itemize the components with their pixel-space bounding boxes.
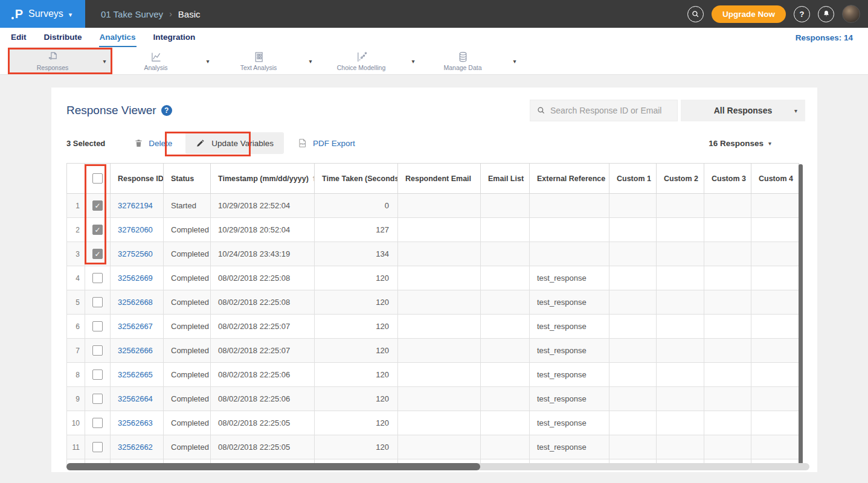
response-id-link[interactable]: 32562669 (111, 266, 164, 290)
update-variables-button[interactable]: Update Variables (185, 132, 284, 154)
row-number: 10 (67, 411, 85, 435)
column-header-time-taken-seconds[interactable]: Time Taken (Seconds)⇅ (315, 164, 398, 194)
tab-distribute[interactable]: Distribute (43, 28, 83, 47)
response-id-link[interactable]: 32752560 (111, 242, 164, 266)
horizontal-scrollbar-track[interactable] (66, 463, 809, 470)
response-id-link[interactable]: 32562666 (111, 339, 164, 363)
pdf-export-button[interactable]: PDF PDF Export (297, 138, 355, 149)
row-checkbox[interactable] (92, 442, 103, 452)
analysis-icon (150, 51, 162, 63)
toolbar-item-label: Text Analysis (240, 64, 277, 71)
time-taken-cell: 120 (315, 411, 398, 435)
response-search-box[interactable] (530, 100, 678, 121)
selected-count: 3 Selected (66, 139, 105, 148)
custom-4-cell (751, 290, 799, 315)
row-checkbox[interactable]: ✓ (92, 225, 103, 235)
notifications-button[interactable] (818, 6, 834, 22)
choice-modelling-icon (355, 51, 368, 63)
user-avatar[interactable] (842, 5, 860, 23)
row-checkbox[interactable] (92, 369, 103, 380)
row-checkbox[interactable] (92, 273, 103, 283)
row-checkbox[interactable] (92, 297, 103, 307)
tab-analytics[interactable]: Analytics (99, 28, 137, 47)
row-checkbox[interactable] (92, 394, 103, 404)
response-filter-dropdown[interactable]: All Responses ▾ (681, 100, 805, 121)
column-header-timestamp-mm-dd-yyyy[interactable]: Timestamp (mm/dd/yyyy)⇅ (211, 164, 315, 194)
sort-icon[interactable]: ⇅ (312, 175, 315, 182)
select-all-checkbox[interactable] (92, 173, 103, 184)
row-checkbox-cell[interactable]: ✓ (85, 242, 111, 266)
response-search-input[interactable] (550, 106, 670, 115)
custom-2-cell (657, 218, 704, 242)
column-header-response-id[interactable]: Response ID⇅ (111, 164, 164, 194)
upgrade-now-button[interactable]: Upgrade Now (712, 5, 786, 23)
external-reference-cell: test_response (530, 290, 609, 315)
row-checkbox-cell[interactable] (85, 387, 111, 411)
response-id-link[interactable]: 32562662 (111, 435, 164, 459)
external-reference-cell (530, 242, 609, 266)
toolbar-item-analysis[interactable]: Analysis ▾ (112, 47, 216, 75)
row-checkbox-cell[interactable] (85, 315, 111, 339)
search-icon (692, 10, 699, 18)
timestamp-cell: 08/02/2018 22:25:05 (211, 435, 315, 459)
main-area: Response Viewer ? All Responses ▾ 3 Sele… (0, 75, 868, 483)
breadcrumb-survey-link[interactable]: 01 Take Survey (101, 9, 163, 19)
time-taken-cell: 120 (315, 435, 398, 459)
response-id-link[interactable]: 32562668 (111, 290, 164, 315)
row-checkbox-cell[interactable] (85, 435, 111, 459)
time-taken-cell: 127 (315, 218, 398, 242)
custom-2-cell (657, 194, 704, 218)
delete-button[interactable]: Delete (134, 138, 172, 148)
chevron-down-icon[interactable]: ▾ (303, 58, 318, 65)
row-checkbox[interactable]: ✓ (92, 249, 103, 259)
product-menu[interactable]: P Surveys ▾ (0, 0, 85, 28)
tab-integration[interactable]: Integration (153, 28, 196, 47)
row-checkbox[interactable] (92, 345, 103, 356)
chevron-down-icon[interactable]: ▾ (507, 58, 522, 65)
custom-3-cell (704, 435, 751, 459)
row-checkbox[interactable] (92, 321, 103, 331)
toolbar-item-label: Manage Data (443, 64, 481, 71)
toolbar-item-choice-modelling[interactable]: Choice Modelling ▾ (317, 47, 421, 75)
toolbar-item-text-analysis[interactable]: Text Analysis ▾ (214, 47, 318, 75)
responses-count-link[interactable]: Responses: 14 (796, 33, 853, 42)
response-id-link[interactable]: 32762194 (111, 194, 164, 218)
external-reference-cell: test_response (530, 363, 609, 387)
response-id-link[interactable]: 32562663 (111, 411, 164, 435)
response-id-link[interactable]: 32762060 (111, 218, 164, 242)
response-id-link[interactable]: 32562664 (111, 387, 164, 411)
help-button[interactable]: ? (794, 6, 810, 22)
row-checkbox-cell[interactable] (85, 290, 111, 315)
vertical-scrollbar[interactable] (799, 164, 803, 464)
custom-4-cell (751, 194, 799, 218)
external-reference-cell: test_response (530, 435, 609, 459)
custom-4-cell (751, 387, 799, 411)
response-id-link[interactable]: 32562667 (111, 315, 164, 339)
status-cell: Completed (164, 242, 211, 266)
search-button[interactable] (687, 6, 704, 22)
column-header-external-reference: External Reference (530, 164, 609, 194)
row-checkbox[interactable] (92, 418, 103, 428)
row-checkbox-cell[interactable] (85, 339, 111, 363)
page-size-dropdown[interactable]: 16 Responses ▾ (709, 139, 771, 148)
row-checkbox-cell[interactable] (85, 363, 111, 387)
row-checkbox-cell[interactable] (85, 266, 111, 290)
row-number: 4 (67, 266, 85, 290)
bell-icon (822, 10, 831, 18)
toolbar-item-responses[interactable]: Responses ▾ (8, 47, 112, 75)
svg-text:PDF: PDF (300, 142, 306, 146)
row-checkbox-cell[interactable]: ✓ (85, 218, 111, 242)
table-row: 1132562662Completed08/02/2018 22:25:0512… (67, 435, 799, 459)
row-number: 6 (67, 315, 85, 339)
tab-edit[interactable]: Edit (10, 28, 27, 47)
chevron-down-icon[interactable]: ▾ (97, 58, 112, 65)
row-checkbox[interactable]: ✓ (92, 200, 103, 211)
toolbar-item-manage-data[interactable]: Manage Data ▾ (419, 47, 522, 75)
horizontal-scrollbar-thumb[interactable] (66, 463, 480, 470)
row-checkbox-cell[interactable] (85, 411, 111, 435)
row-checkbox-cell[interactable]: ✓ (85, 194, 111, 218)
title-help-icon[interactable]: ? (161, 105, 172, 116)
response-id-link[interactable]: 32562665 (111, 363, 164, 387)
table-row: 732562666Completed08/02/2018 22:25:07120… (67, 339, 799, 363)
chevron-down-icon[interactable]: ▾ (200, 58, 216, 65)
